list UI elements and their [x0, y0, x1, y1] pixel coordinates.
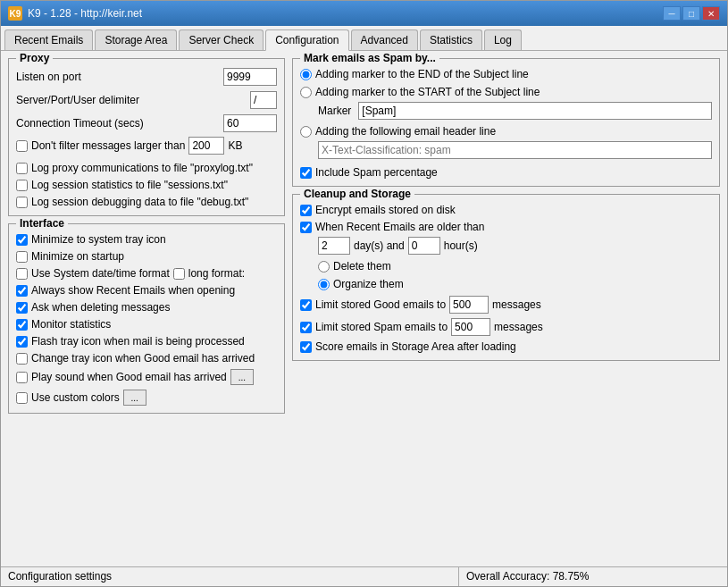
tab-statistics[interactable]: Statistics — [420, 29, 482, 50]
cleanup-group: Cleanup and Storage Encrypt emails store… — [292, 194, 720, 361]
log-proxy-checkbox[interactable] — [16, 163, 28, 174]
always-show-checkbox[interactable] — [16, 285, 28, 297]
log-debug-row: Log session debugging data to file "debu… — [16, 196, 277, 208]
marker-label: Marker — [318, 105, 351, 117]
play-sound-checkbox[interactable] — [16, 372, 28, 383]
marker-input[interactable] — [358, 102, 712, 120]
radio-organize[interactable] — [318, 279, 330, 290]
timeout-label: Connection Timeout (secs) — [16, 117, 220, 130]
tab-advanced[interactable]: Advanced — [351, 29, 418, 50]
radio3-label: Adding the following email header line — [315, 125, 496, 138]
long-format-checkbox[interactable] — [173, 268, 185, 280]
timeout-input[interactable] — [223, 114, 277, 132]
ask-deleting-label: Ask when deleting messages — [31, 301, 170, 314]
radio3-row: Adding the following email header line — [300, 125, 712, 138]
minimize-tray-checkbox[interactable] — [16, 234, 28, 246]
tab-recent-emails[interactable]: Recent Emails — [4, 29, 93, 50]
filter-label: Don't filter messages larger than — [31, 139, 185, 152]
hours-suffix: hour(s) — [444, 239, 478, 252]
use-custom-checkbox[interactable] — [16, 392, 28, 404]
minimize-startup-checkbox[interactable] — [16, 251, 28, 263]
encrypt-checkbox[interactable] — [300, 205, 312, 216]
change-tray-checkbox[interactable] — [16, 353, 28, 365]
left-column: Proxy Listen on port Server/Port/User de… — [8, 58, 285, 559]
when-older-checkbox[interactable] — [300, 222, 312, 233]
monitor-stats-row: Monitor statistics — [16, 318, 277, 331]
days-input[interactable] — [318, 237, 350, 255]
close-button[interactable]: ✕ — [702, 6, 720, 21]
use-system-date-checkbox[interactable] — [16, 268, 28, 280]
title-controls: ─ □ ✕ — [663, 6, 720, 21]
radio-header-line[interactable] — [300, 126, 312, 138]
delimiter-row: Server/Port/User delimiter — [16, 91, 277, 109]
header-input[interactable] — [318, 141, 712, 159]
always-show-row: Always show Recent Emails when opening — [16, 284, 277, 297]
organize-label: Organize them — [333, 278, 404, 290]
limit-good-row: Limit stored Good emails to messages — [300, 296, 712, 314]
radio-delete[interactable] — [318, 261, 330, 273]
status-right: Overall Accuracy: 78.75% — [459, 567, 727, 586]
delete-row: Delete them — [318, 260, 712, 273]
score-label: Score emails in Storage Area after loadi… — [315, 340, 516, 353]
marker-row: Marker — [318, 102, 712, 120]
browse-sound-button[interactable]: ... — [230, 369, 254, 385]
score-row: Score emails in Storage Area after loadi… — [300, 340, 712, 353]
encrypt-row: Encrypt emails stored on disk — [300, 204, 712, 216]
always-show-label: Always show Recent Emails when opening — [31, 284, 235, 297]
play-sound-row: Play sound when Good email has arrived .… — [16, 369, 277, 385]
interface-group-title: Interface — [16, 217, 68, 230]
window-title: K9 - 1.28 - http://keir.net — [28, 7, 142, 20]
log-debug-label: Log session debugging data to file "debu… — [31, 196, 248, 208]
minimize-startup-label: Minimize on startup — [31, 250, 124, 263]
ask-deleting-row: Ask when deleting messages — [16, 301, 277, 314]
limit-good-suffix: messages — [492, 298, 541, 311]
use-system-date-label: Use System date/time format — [31, 267, 170, 280]
include-spam-label: Include Spam percentage — [315, 166, 438, 179]
radio1-label: Adding marker to the END of the Subject … — [315, 68, 529, 80]
browse-colors-button[interactable]: ... — [123, 390, 146, 406]
limit-spam-input[interactable] — [451, 318, 490, 336]
delimiter-input[interactable] — [250, 91, 277, 109]
maximize-button[interactable]: □ — [682, 6, 700, 21]
limit-good-input[interactable] — [449, 296, 489, 314]
minimize-tray-label: Minimize to system tray icon — [31, 233, 166, 246]
tab-server-check[interactable]: Server Check — [179, 29, 264, 50]
log-debug-checkbox[interactable] — [16, 197, 28, 208]
days-suffix: day(s) and — [354, 239, 405, 252]
delimiter-label: Server/Port/User delimiter — [16, 94, 247, 106]
use-custom-label: Use custom colors — [31, 391, 120, 404]
log-proxy-label: Log proxy communications to file "proxyl… — [31, 162, 253, 174]
limit-spam-checkbox[interactable] — [300, 322, 312, 333]
include-spam-row: Include Spam percentage — [300, 166, 712, 179]
tab-log[interactable]: Log — [484, 29, 522, 50]
log-session-checkbox[interactable] — [16, 180, 28, 191]
status-left: Configuration settings — [1, 567, 459, 586]
minimize-button[interactable]: ─ — [663, 6, 681, 21]
listen-port-input[interactable] — [223, 68, 277, 86]
use-custom-row: Use custom colors ... — [16, 390, 277, 406]
days-hours-row: day(s) and hour(s) — [318, 237, 712, 255]
long-format-label: long format: — [188, 267, 245, 280]
flash-tray-checkbox[interactable] — [16, 336, 28, 348]
hours-input[interactable] — [408, 237, 440, 255]
filter-input[interactable] — [188, 137, 224, 155]
include-spam-checkbox[interactable] — [300, 167, 312, 179]
encrypt-label: Encrypt emails stored on disk — [315, 204, 456, 216]
limit-spam-row: Limit stored Spam emails to messages — [300, 318, 712, 336]
filter-checkbox[interactable] — [16, 140, 28, 152]
radio2-label: Adding marker to the START of the Subjec… — [315, 86, 540, 98]
limit-good-checkbox[interactable] — [300, 299, 312, 311]
tab-storage-area[interactable]: Storage Area — [95, 29, 177, 50]
filter-suffix: KB — [228, 139, 242, 152]
header-input-container — [318, 138, 712, 159]
limit-spam-suffix: messages — [494, 321, 543, 333]
radio-end-subject[interactable] — [300, 69, 312, 80]
minimize-tray-row: Minimize to system tray icon — [16, 233, 277, 246]
ask-deleting-checkbox[interactable] — [16, 302, 28, 314]
timeout-row: Connection Timeout (secs) — [16, 114, 277, 132]
score-checkbox[interactable] — [300, 341, 312, 353]
limit-spam-label: Limit stored Spam emails to — [315, 321, 448, 333]
radio-start-subject[interactable] — [300, 87, 312, 98]
monitor-stats-checkbox[interactable] — [16, 319, 28, 331]
tab-configuration[interactable]: Configuration — [265, 29, 348, 51]
